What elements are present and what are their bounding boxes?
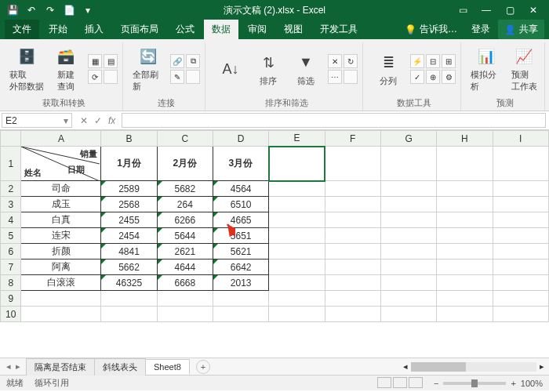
tellme-search[interactable]: 💡告诉我… xyxy=(398,20,464,39)
undo-icon[interactable]: ↶ xyxy=(25,4,38,16)
cell[interactable]: 4564 xyxy=(213,181,269,197)
active-cell[interactable] xyxy=(269,147,325,181)
share-button[interactable]: 👤共享 xyxy=(498,20,544,39)
cell[interactable]: 阿离 xyxy=(21,260,101,275)
tab-data[interactable]: 数据 xyxy=(204,20,238,39)
minimize-icon[interactable]: ― xyxy=(478,5,494,16)
save-icon[interactable]: 💾 xyxy=(6,4,19,16)
cell[interactable]: 3月份 xyxy=(213,147,269,181)
cell[interactable]: 2568 xyxy=(101,197,157,212)
horizontal-scrollbar[interactable]: ◂▸ xyxy=(210,361,549,372)
forecast-sheet-button[interactable]: 📈预测 工作表 xyxy=(508,45,540,93)
col-header[interactable]: D xyxy=(213,131,269,147)
sort-button[interactable]: ⇅排序 xyxy=(253,52,284,87)
column-header-row[interactable]: A B C D E F G H I xyxy=(1,131,549,147)
redo-icon[interactable]: ↷ xyxy=(44,4,56,16)
cell[interactable]: 46325 xyxy=(101,275,157,291)
get-transform-small[interactable]: ▦▤⟳ xyxy=(88,54,118,84)
ribbon-options-icon[interactable]: ▭ xyxy=(455,5,471,16)
worksheet-grid[interactable]: A B C D E F G H I 1 销量日期姓名 1月份 2月份 3月份 2… xyxy=(0,130,549,358)
row-header[interactable]: 3 xyxy=(1,197,21,212)
sort-asc-button[interactable]: A↓ xyxy=(215,58,246,80)
col-header[interactable]: G xyxy=(380,131,436,147)
cell[interactable]: 1月份 xyxy=(101,147,157,181)
new-query-button[interactable]: 🗃️新建 查询 xyxy=(50,45,82,93)
tab-home[interactable]: 开始 xyxy=(41,20,75,39)
row-header[interactable]: 10 xyxy=(1,307,21,322)
view-buttons[interactable] xyxy=(376,377,423,390)
diagonal-header-cell[interactable]: 销量日期姓名 xyxy=(21,147,101,181)
zoom-level[interactable]: 100% xyxy=(521,379,543,388)
text-to-columns-button[interactable]: ≣分列 xyxy=(373,52,404,87)
close-icon[interactable]: ✕ xyxy=(525,5,541,16)
cell[interactable]: 成玉 xyxy=(21,197,101,212)
cell[interactable]: 2455 xyxy=(101,212,157,228)
col-header[interactable]: B xyxy=(101,131,157,147)
col-header[interactable]: H xyxy=(437,131,493,147)
qat-dropdown-icon[interactable]: ▾ xyxy=(82,4,94,16)
cell[interactable]: 6668 xyxy=(157,275,213,291)
chevron-down-icon[interactable]: ▾ xyxy=(64,115,68,126)
cell[interactable]: 白真 xyxy=(21,212,101,228)
cell[interactable]: 4841 xyxy=(101,244,157,260)
cell[interactable]: 6510 xyxy=(213,197,269,212)
cell[interactable]: 5651 xyxy=(213,228,269,244)
filter-button[interactable]: ▼筛选 xyxy=(290,52,322,87)
cell[interactable]: 5621 xyxy=(213,244,269,260)
maximize-icon[interactable]: ▢ xyxy=(502,5,518,16)
cell[interactable]: 5644 xyxy=(157,228,213,244)
tab-review[interactable]: 审阅 xyxy=(240,20,274,39)
sheet-tab[interactable]: 斜线表头 xyxy=(94,358,146,376)
enter-icon[interactable]: ✓ xyxy=(94,115,102,126)
zoom-control[interactable]: −+ 100% xyxy=(434,379,543,388)
tab-insert[interactable]: 插入 xyxy=(77,20,111,39)
sheet-nav[interactable]: ◂▸ xyxy=(0,361,27,372)
cell[interactable]: 白滚滚 xyxy=(21,275,101,291)
cell[interactable]: 2621 xyxy=(157,244,213,260)
sheet-tab[interactable]: 隔离是否结束 xyxy=(26,358,95,376)
login-link[interactable]: 登录 xyxy=(465,20,496,39)
cell[interactable]: 6266 xyxy=(157,212,213,228)
row-header[interactable]: 8 xyxy=(1,275,21,291)
cell[interactable]: 4665 xyxy=(213,212,269,228)
col-header[interactable]: C xyxy=(157,131,213,147)
fx-icon[interactable]: fx xyxy=(108,115,115,126)
tab-file[interactable]: 文件 xyxy=(5,20,39,39)
row-header[interactable]: 2 xyxy=(1,181,21,197)
cell[interactable]: 4644 xyxy=(157,260,213,275)
cell[interactable]: 折颜 xyxy=(21,244,101,260)
cell[interactable]: 2589 xyxy=(101,181,157,197)
cell[interactable]: 2013 xyxy=(213,275,269,291)
col-header[interactable]: A xyxy=(21,131,101,147)
get-external-data-button[interactable]: 🗄️获取 外部数据 xyxy=(9,45,44,93)
cell[interactable]: 5662 xyxy=(101,260,157,275)
name-box[interactable]: E2▾ xyxy=(2,113,72,128)
refresh-all-button[interactable]: 🔄全部刷新 xyxy=(133,45,164,93)
new-file-icon[interactable]: 📄 xyxy=(63,4,75,16)
tab-view[interactable]: 视图 xyxy=(276,20,311,39)
row-header[interactable]: 7 xyxy=(1,260,21,275)
row-header[interactable]: 5 xyxy=(1,228,21,244)
select-all-corner[interactable] xyxy=(1,131,21,147)
tab-layout[interactable]: 页面布局 xyxy=(113,20,166,39)
sheet-tab[interactable]: Sheet8 xyxy=(145,359,190,374)
row-header[interactable]: 6 xyxy=(1,244,21,260)
cell[interactable]: 2454 xyxy=(101,228,157,244)
col-header[interactable]: I xyxy=(493,131,548,147)
formula-input[interactable] xyxy=(122,113,546,128)
row-header[interactable]: 1 xyxy=(1,147,21,181)
row-header[interactable]: 9 xyxy=(1,291,21,307)
data-tools-small[interactable]: ⚡⊟⊞✓⊕⚙ xyxy=(410,54,456,84)
connections-small[interactable]: 🔗⧉✎ xyxy=(170,54,200,84)
cell[interactable]: 5682 xyxy=(157,181,213,197)
col-header[interactable]: F xyxy=(325,131,380,147)
cancel-icon[interactable]: ✕ xyxy=(80,115,88,126)
cell[interactable]: 司命 xyxy=(21,181,101,197)
tab-formula[interactable]: 公式 xyxy=(168,20,202,39)
cell[interactable]: 6642 xyxy=(213,260,269,275)
row-header[interactable]: 4 xyxy=(1,212,21,228)
cell[interactable]: 264 xyxy=(157,197,213,212)
tab-developer[interactable]: 开发工具 xyxy=(312,20,365,39)
cell[interactable]: 连宋 xyxy=(21,228,101,244)
whatif-button[interactable]: 📊模拟分析 xyxy=(471,45,502,93)
